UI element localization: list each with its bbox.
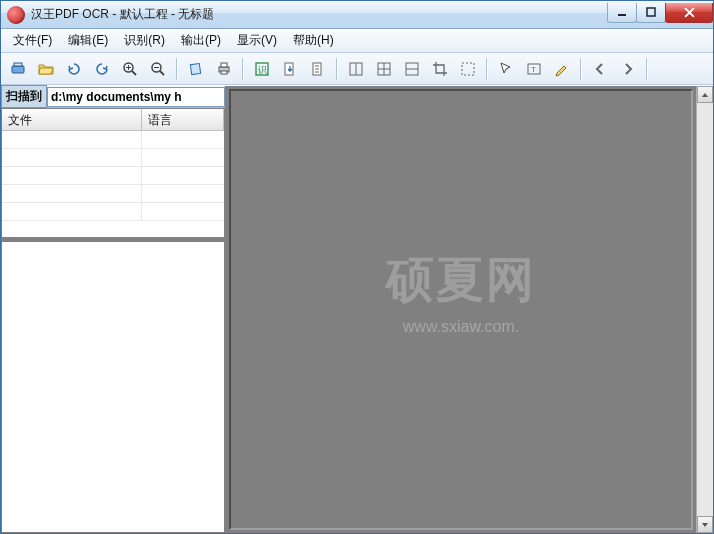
canvas-area: 硕夏网 www.sxiaw.com. <box>226 86 713 533</box>
watermark-url: www.sxiaw.com. <box>386 318 536 336</box>
toolbar-separator <box>176 58 178 80</box>
svg-rect-1 <box>647 8 655 16</box>
app-icon <box>7 6 25 24</box>
table-row[interactable] <box>2 131 224 149</box>
col-file-header[interactable]: 文件 <box>2 109 142 130</box>
scroll-track[interactable] <box>697 103 713 516</box>
prev-button[interactable] <box>587 56 613 82</box>
scan-path-field[interactable]: d:\my documents\my h <box>47 87 225 107</box>
pointer-button[interactable] <box>493 56 519 82</box>
svg-rect-5 <box>14 63 22 66</box>
svg-rect-15 <box>221 63 227 67</box>
svg-line-11 <box>160 71 164 75</box>
layout-3-button[interactable] <box>399 56 425 82</box>
svg-rect-13 <box>190 63 200 74</box>
app-window: 汉王PDF OCR - 默认工程 - 无标题 文件(F) 编辑(E) 识别(R)… <box>0 0 714 534</box>
table-row[interactable] <box>2 203 224 221</box>
next-button[interactable] <box>615 56 641 82</box>
window-controls <box>608 3 713 23</box>
menu-help[interactable]: 帮助(H) <box>285 29 342 52</box>
menu-view[interactable]: 显示(V) <box>229 29 285 52</box>
scan-destination-bar: 扫描到 d:\my documents\my h <box>1 86 225 108</box>
open-button[interactable] <box>33 56 59 82</box>
scroll-up-button[interactable] <box>697 86 713 103</box>
svg-text:识: 识 <box>258 65 267 75</box>
toolbar-separator <box>580 58 582 80</box>
recognize-button[interactable]: 识 <box>249 56 275 82</box>
svg-rect-4 <box>12 66 24 73</box>
col-lang-header[interactable]: 语言 <box>142 109 224 130</box>
file-table-body[interactable] <box>2 131 224 237</box>
menu-file[interactable]: 文件(F) <box>5 29 60 52</box>
vertical-scrollbar[interactable] <box>696 86 713 533</box>
zoom-out-button[interactable] <box>145 56 171 82</box>
select-region-button[interactable] <box>455 56 481 82</box>
workspace: 扫描到 d:\my documents\my h 文件 语言 <box>1 85 713 533</box>
close-button[interactable] <box>665 3 713 23</box>
svg-rect-16 <box>221 71 227 74</box>
menu-recognize[interactable]: 识别(R) <box>116 29 173 52</box>
scan-to-label: 扫描到 <box>1 85 47 108</box>
file-table: 文件 语言 <box>1 108 225 238</box>
svg-line-7 <box>132 71 136 75</box>
print-button[interactable] <box>211 56 237 82</box>
export-button[interactable] <box>277 56 303 82</box>
toolbar-separator <box>242 58 244 80</box>
rotate-right-button[interactable] <box>89 56 115 82</box>
maximize-button[interactable] <box>636 3 666 23</box>
toolbar-separator <box>646 58 648 80</box>
menu-edit[interactable]: 编辑(E) <box>60 29 116 52</box>
title-bar[interactable]: 汉王PDF OCR - 默认工程 - 无标题 <box>1 1 713 29</box>
toolbar-separator <box>336 58 338 80</box>
toolbar: 识 T <box>1 53 713 85</box>
toolbar-separator <box>486 58 488 80</box>
layout-2-button[interactable] <box>371 56 397 82</box>
scanner-button[interactable] <box>5 56 31 82</box>
preview-panel[interactable] <box>1 241 225 533</box>
menu-output[interactable]: 输出(P) <box>173 29 229 52</box>
rotate-left-button[interactable] <box>61 56 87 82</box>
svg-text:T: T <box>531 65 536 74</box>
left-panel: 扫描到 d:\my documents\my h 文件 语言 <box>1 86 226 533</box>
watermark-text: 硕夏网 <box>386 248 536 312</box>
watermark: 硕夏网 www.sxiaw.com. <box>386 248 536 336</box>
menu-bar: 文件(F) 编辑(E) 识别(R) 输出(P) 显示(V) 帮助(H) <box>1 29 713 53</box>
svg-rect-31 <box>462 63 474 75</box>
table-row[interactable] <box>2 149 224 167</box>
settings-button[interactable] <box>305 56 331 82</box>
edit-button[interactable] <box>549 56 575 82</box>
zoom-in-button[interactable] <box>117 56 143 82</box>
table-row[interactable] <box>2 167 224 185</box>
file-table-header: 文件 语言 <box>2 109 224 131</box>
deskew-button[interactable] <box>183 56 209 82</box>
layout-1-button[interactable] <box>343 56 369 82</box>
table-row[interactable] <box>2 185 224 203</box>
window-title: 汉王PDF OCR - 默认工程 - 无标题 <box>31 6 608 23</box>
minimize-button[interactable] <box>607 3 637 23</box>
scroll-down-button[interactable] <box>697 516 713 533</box>
document-canvas[interactable]: 硕夏网 www.sxiaw.com. <box>229 89 693 530</box>
text-region-button[interactable]: T <box>521 56 547 82</box>
crop-button[interactable] <box>427 56 453 82</box>
